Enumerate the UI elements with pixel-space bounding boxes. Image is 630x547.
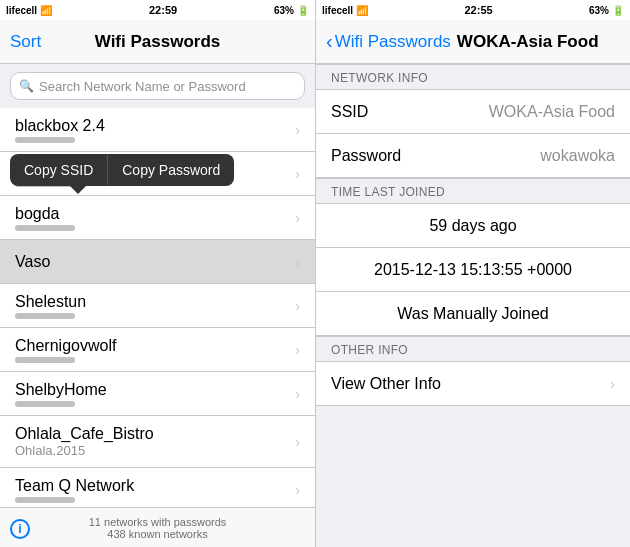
ssid-label: SSID <box>331 103 489 121</box>
time-left: 22:59 <box>149 4 177 16</box>
network-name: ShelbyHome <box>15 381 295 399</box>
chevron-right-icon: › <box>295 122 300 138</box>
search-bar[interactable]: 🔍 Search Network Name or Password <box>10 72 305 100</box>
chevron-right-icon: › <box>295 210 300 226</box>
password-blur <box>15 497 75 503</box>
days-ago-row: 59 days ago <box>316 204 630 248</box>
left-nav-bar: Sort Wifi Passwords <box>0 20 315 64</box>
search-bar-container: 🔍 Search Network Name or Password <box>0 64 315 108</box>
detail-page-title: WOKA-Asia Food <box>457 32 599 52</box>
password-value: wokawoka <box>540 147 615 165</box>
wifi-icon-left: 📶 <box>40 5 52 16</box>
chevron-right-icon: › <box>295 298 300 314</box>
left-panel: lifecell 📶 22:59 63% 🔋 Sort Wifi Passwor… <box>0 0 315 547</box>
network-name: blackbox 2.4 <box>15 117 295 135</box>
wifi-icon-right: 📶 <box>356 5 368 16</box>
footer-line1: 11 networks with passwords <box>89 516 227 528</box>
chevron-right-icon: › <box>295 254 300 270</box>
ssid-value: WOKA-Asia Food <box>489 103 615 121</box>
days-ago-text: 59 days ago <box>429 217 516 235</box>
search-icon: 🔍 <box>19 79 34 93</box>
datetime-row: 2015-12-13 15:13:55 +0000 <box>316 248 630 292</box>
network-name: bogda <box>15 205 295 223</box>
list-item[interactable]: Chernigovwolf › <box>0 328 315 372</box>
chevron-right-icon: › <box>295 434 300 450</box>
left-status-bar: lifecell 📶 22:59 63% 🔋 <box>0 0 315 20</box>
right-nav-bar: ‹ Wifi Passwords WOKA-Asia Food <box>316 20 630 64</box>
left-status-right: 63% 🔋 <box>274 5 309 16</box>
list-item[interactable]: Vaso › <box>0 240 315 284</box>
time-right: 22:55 <box>464 4 492 16</box>
list-item[interactable]: Team Q Network › <box>0 468 315 507</box>
view-other-info-row[interactable]: View Other Info › <box>316 362 630 406</box>
right-status-left: lifecell 📶 <box>322 5 368 16</box>
back-button[interactable]: Wifi Passwords <box>335 32 451 52</box>
search-input[interactable]: Search Network Name or Password <box>39 79 246 94</box>
chevron-right-icon: › <box>610 376 615 392</box>
network-name: Ohlala_Cafe_Bistro <box>15 425 295 443</box>
list-item[interactable]: Ohlala_Cafe_Bistro Ohlala.2015 › <box>0 416 315 468</box>
chevron-right-icon: › <box>295 482 300 498</box>
tooltip-arrow <box>70 186 86 194</box>
left-footer: i 11 networks with passwords 438 known n… <box>0 507 315 547</box>
battery-pct-right: 63% <box>589 5 609 16</box>
copy-password-button[interactable]: Copy Password <box>108 154 234 186</box>
battery-icon-left: 🔋 <box>297 5 309 16</box>
join-type-text: Was Manually Joined <box>397 305 548 323</box>
chevron-right-icon: › <box>295 166 300 182</box>
left-nav-title: Wifi Passwords <box>95 32 221 52</box>
network-info-header: NETWORK INFO <box>316 64 630 90</box>
network-name: Chernigovwolf <box>15 337 295 355</box>
back-arrow-icon: ‹ <box>326 30 333 53</box>
list-item[interactable]: Shelestun › <box>0 284 315 328</box>
right-status-right: 63% 🔋 <box>589 5 624 16</box>
battery-pct-left: 63% <box>274 5 294 16</box>
datetime-text: 2015-12-13 15:13:55 +0000 <box>374 261 572 279</box>
password-blur <box>15 225 75 231</box>
list-item[interactable]: blackbox 2.4 › <box>0 108 315 152</box>
ssid-row: SSID WOKA-Asia Food <box>316 90 630 134</box>
sort-button[interactable]: Sort <box>10 32 41 52</box>
network-name: Vaso <box>15 253 295 271</box>
carrier-right: lifecell <box>322 5 353 16</box>
context-menu-popup: Copy SSID Copy Password <box>10 154 234 186</box>
password-label: Password <box>331 147 540 165</box>
network-name: Shelestun <box>15 293 295 311</box>
right-status-bar: lifecell 📶 22:55 63% 🔋 <box>316 0 630 20</box>
password-row: Password wokawoka <box>316 134 630 178</box>
breadcrumb: ‹ Wifi Passwords WOKA-Asia Food <box>316 30 630 53</box>
password-blur <box>15 401 75 407</box>
chevron-right-icon: › <box>295 342 300 358</box>
join-type-row: Was Manually Joined <box>316 292 630 336</box>
list-item[interactable]: Copy SSID Copy Password bogda › <box>0 196 315 240</box>
copy-ssid-button[interactable]: Copy SSID <box>10 154 107 186</box>
detail-spacer <box>316 406 630 547</box>
chevron-right-icon: › <box>295 386 300 402</box>
list-item[interactable]: ShelbyHome › <box>0 372 315 416</box>
footer-line2: 438 known networks <box>107 528 207 540</box>
time-joined-header: TIME LAST JOINED <box>316 178 630 204</box>
password-blur <box>15 357 75 363</box>
network-name: Team Q Network <box>15 477 295 495</box>
password-blur <box>15 137 75 143</box>
carrier-left: lifecell <box>6 5 37 16</box>
other-info-header: OTHER INFO <box>316 336 630 362</box>
password-blur <box>15 313 75 319</box>
right-panel: lifecell 📶 22:55 63% 🔋 ‹ Wifi Passwords … <box>315 0 630 547</box>
battery-icon-right: 🔋 <box>612 5 624 16</box>
network-sub: Ohlala.2015 <box>15 443 295 458</box>
network-list: blackbox 2.4 › Sver4 › Copy SSID Copy Pa… <box>0 108 315 507</box>
view-other-info-label: View Other Info <box>331 375 610 393</box>
left-status-left: lifecell 📶 <box>6 5 52 16</box>
info-icon[interactable]: i <box>10 519 30 539</box>
